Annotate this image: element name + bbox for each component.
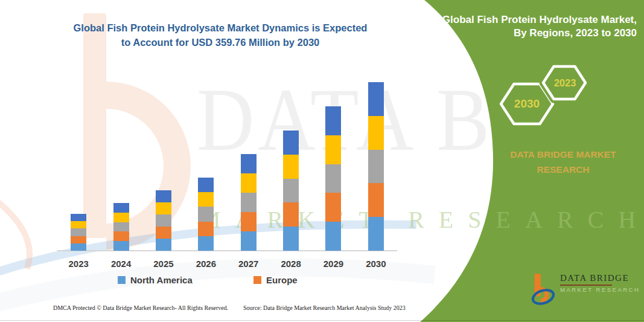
infographic-canvas: DATA BRIDGE MARKET RESEARCH Global Fish …	[0, 0, 644, 322]
bar-segment-unlabeled-gray	[156, 214, 171, 227]
bar-2027	[241, 154, 257, 251]
bar-segment-europe	[368, 183, 384, 217]
x-axis-label-2027: 2027	[230, 259, 267, 269]
bar-segment-north-america	[241, 231, 257, 251]
bar-segment-unlabeled-gray	[113, 222, 129, 232]
legend-swatch-europe	[253, 276, 261, 284]
bar-segment-unlabeled-yellow	[325, 135, 341, 164]
bar-segment-unlabeled-gray	[241, 193, 257, 212]
x-axis-line	[57, 250, 397, 251]
data-bridge-logo: DATA BRIDGE MARKET RESEARCH	[531, 273, 640, 306]
bar-segment-north-america	[113, 241, 129, 251]
bar-2030	[368, 82, 384, 251]
bar-segment-unlabeled-gray	[325, 164, 341, 193]
bar-segment-unlabeled-yellow	[113, 213, 129, 222]
bar-segment-unlabeled-yellow	[283, 155, 299, 179]
bar-segment-unlabeled-darkblue	[113, 203, 129, 213]
legend-label-europe: Europe	[266, 275, 298, 285]
bar-segment-europe	[113, 231, 129, 241]
bar-segment-europe	[156, 227, 171, 239]
x-axis-label-2030: 2030	[357, 259, 395, 269]
legend-label-north-america: North America	[130, 275, 193, 285]
legend-swatch-north-america	[118, 276, 126, 284]
bar-segment-unlabeled-darkblue	[325, 106, 341, 135]
x-axis-label-2024: 2024	[103, 259, 140, 269]
bar-segment-europe	[283, 202, 299, 227]
bar-segment-unlabeled-yellow	[241, 173, 257, 193]
bar-2023	[71, 214, 86, 251]
bar-segment-unlabeled-yellow	[71, 221, 86, 228]
bar-segment-north-america	[368, 217, 384, 251]
bar-2025	[156, 190, 171, 251]
hexagon-2023-label: 2023	[544, 77, 586, 89]
legend-item-north-america: North America	[118, 275, 193, 285]
logo-text-block: DATA BRIDGE MARKET RESEARCH	[560, 273, 640, 293]
bar-segment-north-america	[198, 236, 214, 251]
bar-segment-unlabeled-darkblue	[368, 82, 384, 116]
footer-source-text: Source: Data Bridge Market Research Mark…	[243, 304, 406, 311]
x-axis-label-2029: 2029	[314, 259, 352, 269]
bar-segment-unlabeled-yellow	[198, 192, 214, 207]
bar-2024	[113, 203, 129, 251]
bar-segment-europe	[325, 193, 341, 222]
logo-rule	[560, 285, 612, 286]
panel-title-line1: Global Fish Protein Hydrolysate Market,	[432, 13, 637, 27]
bar-segment-europe	[241, 212, 257, 231]
bar-segment-unlabeled-gray	[368, 150, 384, 184]
bar-segment-unlabeled-yellow	[156, 202, 171, 214]
bar-segment-north-america	[325, 222, 341, 251]
x-axis-label-2028: 2028	[272, 259, 310, 269]
bar-segment-north-america	[156, 239, 171, 251]
x-axis-label-2026: 2026	[187, 259, 225, 269]
bar-segment-unlabeled-darkblue	[71, 214, 86, 221]
bottom-border-line	[0, 320, 644, 321]
brand-text: DATA BRIDGE MARKET RESEARCH	[494, 147, 633, 177]
bar-segment-north-america	[71, 243, 86, 251]
bar-segment-unlabeled-darkblue	[156, 190, 171, 202]
bar-segment-europe	[71, 236, 86, 243]
bar-segment-unlabeled-gray	[283, 179, 299, 203]
panel-title: Global Fish Protein Hydrolysate Market, …	[432, 13, 637, 40]
logo-sub-text: MARKET RESEARCH	[560, 286, 640, 293]
bar-segment-unlabeled-gray	[198, 207, 214, 221]
x-axis-label-2025: 2025	[145, 259, 182, 269]
bar-segment-unlabeled-darkblue	[198, 178, 214, 192]
data-bridge-logo-icon	[531, 273, 556, 306]
x-axis-label-2023: 2023	[60, 259, 97, 269]
brand-text-line2: RESEARCH	[494, 162, 633, 177]
panel-title-line2: By Regions, 2023 to 2030	[432, 27, 637, 40]
bar-2026	[198, 178, 214, 251]
logo-name-text: DATA BRIDGE	[560, 273, 640, 283]
bar-segment-unlabeled-gray	[71, 228, 86, 236]
bar-2029	[325, 106, 341, 251]
bar-segment-north-america	[283, 227, 299, 251]
bar-2028	[283, 130, 299, 251]
bar-segment-unlabeled-darkblue	[283, 130, 299, 155]
hexagon-2030-label: 2030	[503, 97, 551, 111]
bar-segment-europe	[198, 222, 214, 236]
bar-segment-unlabeled-darkblue	[241, 154, 257, 173]
legend-item-europe: Europe	[253, 275, 298, 285]
bar-segment-unlabeled-yellow	[368, 116, 384, 150]
footer-dmca-text: DMCA Protected © Data Bridge Market Rese…	[53, 304, 228, 311]
brand-text-line1: DATA BRIDGE MARKET	[494, 147, 633, 162]
